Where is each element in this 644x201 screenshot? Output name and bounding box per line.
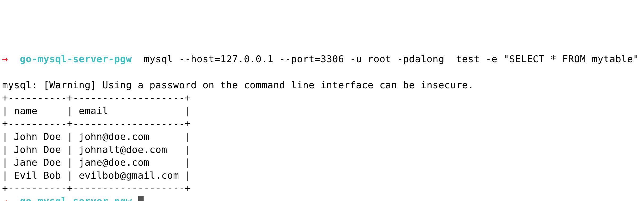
prompt-directory: go-mysql-server-pgw	[20, 53, 132, 64]
terminal-output[interactable]: → go-mysql-server-pgw mysql --host=127.0…	[2, 53, 642, 201]
table-mid-rule: +----------+-------------------+	[2, 118, 191, 129]
table-row: | Jane Doe | jane@doe.com |	[2, 157, 191, 168]
mysql-warning: mysql: [Warning] Using a password on the…	[2, 79, 474, 90]
blank-line	[2, 66, 8, 77]
table-row: | John Doe | john@doe.com |	[2, 131, 191, 142]
prompt-arrow-icon: →	[2, 53, 8, 64]
table-bottom-rule: +----------+-------------------+	[2, 183, 191, 194]
table-row: | Evil Bob | evilbob@gmail.com |	[2, 170, 191, 181]
prompt-directory: go-mysql-server-pgw	[20, 196, 132, 201]
prompt-arrow-icon: →	[2, 196, 8, 201]
table-header-row: | name | email |	[2, 105, 191, 116]
command-text: mysql --host=127.0.0.1 --port=3306 -u ro…	[144, 53, 639, 64]
cursor-icon	[138, 196, 144, 201]
table-row: | John Doe | johnalt@doe.com |	[2, 144, 191, 155]
table-top-rule: +----------+-------------------+	[2, 92, 191, 103]
